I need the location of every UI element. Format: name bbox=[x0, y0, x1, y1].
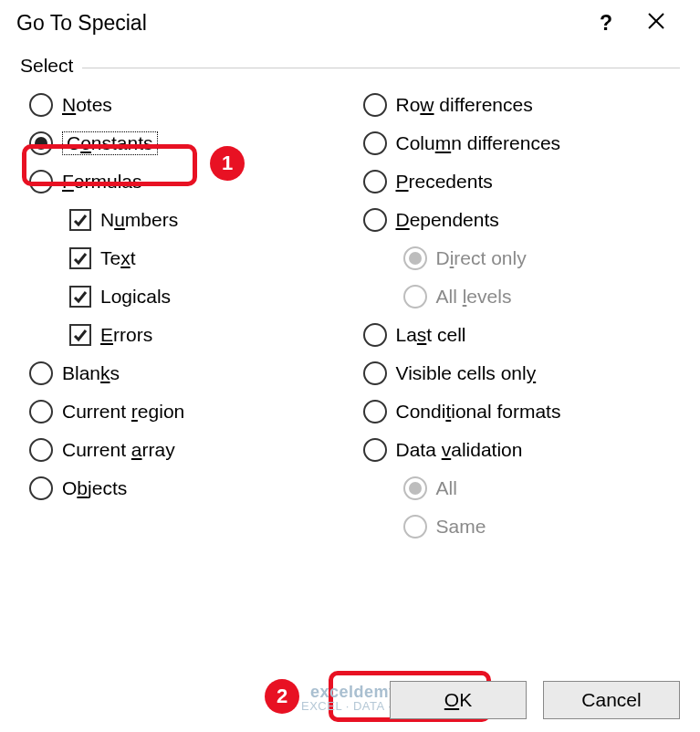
radio-label: Notes bbox=[62, 94, 112, 116]
radio-icon bbox=[363, 131, 387, 155]
checkbox-label: Logicals bbox=[100, 286, 171, 308]
radio-icon bbox=[403, 476, 427, 500]
radio-precedents[interactable]: Precedents bbox=[360, 162, 675, 201]
radio-blanks[interactable]: Blanks bbox=[26, 354, 341, 392]
checkbox-numbers[interactable]: Numbers bbox=[26, 201, 341, 239]
dialog-title: Go To Special bbox=[16, 11, 583, 36]
checkbox-icon bbox=[69, 209, 91, 231]
checkbox-label: Errors bbox=[100, 324, 152, 346]
radio-label: Conditional formats bbox=[396, 401, 561, 423]
radio-label: Visible cells only bbox=[396, 362, 537, 384]
radio-label: Last cell bbox=[396, 324, 466, 346]
radio-objects[interactable]: Objects bbox=[26, 469, 341, 507]
radio-dv-all: All bbox=[360, 469, 675, 507]
options-columns: Notes Constants Formulas Numbers Text Lo bbox=[20, 77, 680, 546]
radio-icon bbox=[363, 323, 387, 347]
radio-icon bbox=[29, 131, 53, 155]
radio-icon bbox=[29, 361, 53, 385]
close-button[interactable] bbox=[629, 11, 684, 36]
radio-icon bbox=[363, 400, 387, 424]
radio-icon bbox=[403, 515, 427, 539]
checkbox-icon bbox=[69, 324, 91, 346]
radio-visible-cells-only[interactable]: Visible cells only bbox=[360, 354, 675, 392]
ok-button-label: OK bbox=[444, 689, 472, 711]
radio-icon bbox=[363, 361, 387, 385]
radio-last-cell[interactable]: Last cell bbox=[360, 316, 675, 354]
annotation-badge-2: 2 bbox=[265, 679, 299, 714]
radio-label: Data validation bbox=[396, 439, 523, 461]
radio-all-levels: All levels bbox=[360, 277, 675, 316]
radio-icon bbox=[403, 285, 427, 308]
checkbox-label: Numbers bbox=[100, 209, 178, 231]
radio-label: Current region bbox=[62, 401, 184, 423]
radio-label: Formulas bbox=[62, 171, 142, 193]
radio-direct-only: Direct only bbox=[360, 239, 675, 277]
dialog-footer: OK Cancel bbox=[390, 681, 680, 719]
title-bar: Go To Special ? bbox=[0, 0, 700, 46]
checkbox-errors[interactable]: Errors bbox=[26, 316, 341, 354]
close-icon bbox=[646, 11, 666, 31]
radio-dv-same: Same bbox=[360, 507, 675, 546]
help-button[interactable]: ? bbox=[583, 11, 629, 36]
radio-icon bbox=[29, 476, 53, 500]
radio-label: Column differences bbox=[396, 132, 561, 154]
group-label: Select bbox=[20, 55, 73, 77]
radio-current-region[interactable]: Current region bbox=[26, 392, 341, 431]
radio-label: Current array bbox=[62, 439, 175, 461]
radio-row-differences[interactable]: Row differences bbox=[360, 86, 675, 124]
radio-icon bbox=[29, 170, 53, 193]
radio-icon bbox=[29, 400, 53, 424]
radio-icon bbox=[29, 438, 53, 462]
checkbox-icon bbox=[69, 247, 91, 269]
checkbox-text[interactable]: Text bbox=[26, 239, 341, 277]
radio-icon bbox=[363, 170, 387, 193]
checkbox-logicals[interactable]: Logicals bbox=[26, 277, 341, 316]
group-label-row: Select bbox=[20, 55, 680, 77]
radio-label: Dependents bbox=[396, 209, 499, 231]
radio-icon bbox=[29, 93, 53, 117]
radio-current-array[interactable]: Current array bbox=[26, 431, 341, 469]
radio-formulas[interactable]: Formulas bbox=[26, 162, 341, 201]
cancel-button[interactable]: Cancel bbox=[543, 681, 680, 719]
radio-label: Row differences bbox=[396, 94, 533, 116]
radio-icon bbox=[363, 208, 387, 232]
radio-icon bbox=[363, 93, 387, 117]
select-group: Select Notes Constants Formulas Numbers bbox=[0, 46, 700, 546]
ok-button[interactable]: OK bbox=[390, 681, 527, 719]
radio-notes[interactable]: Notes bbox=[26, 86, 341, 124]
radio-icon bbox=[403, 246, 427, 270]
radio-dependents[interactable]: Dependents bbox=[360, 201, 675, 239]
radio-data-validation[interactable]: Data validation bbox=[360, 431, 675, 469]
radio-label: All levels bbox=[436, 286, 512, 308]
cancel-button-label: Cancel bbox=[581, 689, 641, 711]
radio-conditional-formats[interactable]: Conditional formats bbox=[360, 392, 675, 431]
radio-label: Precedents bbox=[396, 171, 493, 193]
radio-label: Constants bbox=[62, 131, 158, 155]
right-column: Row differences Column differences Prece… bbox=[350, 86, 675, 546]
radio-label: Same bbox=[436, 516, 486, 538]
radio-icon bbox=[363, 438, 387, 462]
radio-label: Objects bbox=[62, 477, 127, 499]
radio-constants[interactable]: Constants bbox=[26, 124, 341, 162]
checkbox-label: Text bbox=[100, 247, 136, 269]
checkbox-icon bbox=[69, 286, 91, 308]
radio-label: Blanks bbox=[62, 362, 120, 384]
radio-label: All bbox=[436, 477, 457, 499]
group-divider bbox=[82, 68, 680, 68]
radio-column-differences[interactable]: Column differences bbox=[360, 124, 675, 162]
radio-label: Direct only bbox=[436, 247, 527, 269]
left-column: Notes Constants Formulas Numbers Text Lo bbox=[26, 86, 350, 546]
